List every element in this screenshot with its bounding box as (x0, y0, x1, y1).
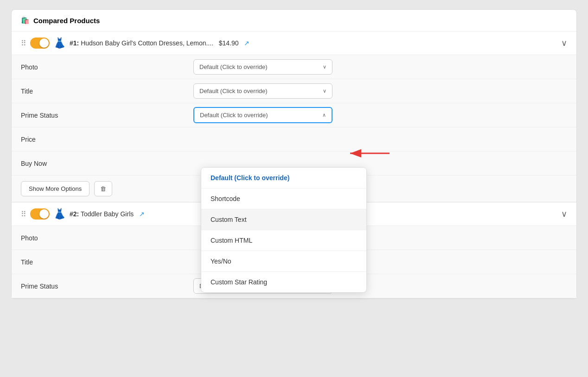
field-label-photo-2: Photo (12, 229, 188, 247)
section-title: Compared Products (33, 17, 100, 25)
main-container: 🛍️ Compared Products ⠿ 👗 #1: Hudson Baby… (11, 9, 577, 299)
dropdown-option-shortcode[interactable]: Shortcode (201, 188, 366, 209)
dropdown-photo-1[interactable]: Default (Click to override) ∨ (193, 59, 332, 75)
field-label-title-2: Title (12, 253, 188, 271)
field-row-photo-1: Photo Default (Click to override) ∨ (12, 55, 576, 79)
field-control-photo-1: Default (Click to override) ∨ (188, 56, 576, 78)
external-link-1[interactable]: ↗ (244, 39, 249, 47)
dropdown-option-custom-html[interactable]: Custom HTML (201, 230, 366, 251)
collapse-icon-1[interactable]: ∨ (561, 38, 567, 48)
dropdown-prime-1[interactable]: Default (Click to override) ∧ (193, 107, 332, 123)
chevron-title-1: ∨ (323, 88, 326, 94)
toggle-1[interactable] (30, 38, 50, 49)
field-control-title-1: Default (Click to override) ∨ (188, 80, 576, 102)
collapse-icon-2[interactable]: ∨ (561, 209, 567, 219)
field-label-price-1: Price (12, 130, 188, 149)
section-header: 🛍️ Compared Products (12, 10, 576, 31)
product-1-title: #1: Hudson Baby Girl's Cotton Dresses, L… (70, 39, 557, 47)
dropdown-title-1[interactable]: Default (Click to override) ∨ (193, 83, 332, 99)
field-control-prime-1: Default (Click to override) ∧ (188, 103, 576, 127)
field-label-title-1: Title (12, 82, 188, 101)
delete-btn-1[interactable]: 🗑 (94, 181, 112, 196)
field-label-buynow-1: Buy Now (12, 154, 188, 173)
show-more-btn-1[interactable]: Show More Options (21, 181, 89, 196)
chevron-prime-1: ∧ (322, 112, 326, 118)
product-1-header: ⠿ 👗 #1: Hudson Baby Girl's Cotton Dresse… (12, 31, 576, 55)
field-row-title-1: Title Default (Click to override) ∨ (12, 79, 576, 103)
dropdown-option-default[interactable]: Default (Click to override) (201, 168, 366, 188)
product-1-fields: Photo Default (Click to override) ∨ Titl… (12, 55, 576, 176)
external-link-2[interactable]: ↗ (139, 210, 145, 218)
drag-handle-1[interactable]: ⠿ (21, 39, 26, 48)
product-1-emoji: 👗 (53, 37, 66, 49)
field-label-prime-2: Prime Status (12, 277, 188, 295)
field-row-price-1: Price (12, 127, 576, 151)
dropdown-option-yes-no[interactable]: Yes/No (201, 251, 366, 272)
arrow-indicator (345, 147, 392, 162)
trash-icon-1: 🗑 (100, 185, 106, 192)
chevron-photo-1: ∨ (323, 64, 326, 70)
prime-status-dropdown-menu: Default (Click to override) Shortcode Cu… (201, 167, 367, 293)
product-2-emoji: 👗 (53, 208, 66, 220)
drag-handle-2[interactable]: ⠿ (21, 210, 26, 219)
dropdown-option-custom-star[interactable]: Custom Star Rating (201, 272, 366, 292)
dropdown-option-custom-text[interactable]: Custom Text (201, 209, 366, 230)
field-label-prime-1: Prime Status (12, 106, 188, 125)
field-row-prime-1: Prime Status Default (Click to override)… (12, 103, 576, 127)
section-icon: 🛍️ (21, 16, 30, 25)
field-control-price-1 (188, 136, 576, 143)
field-label-photo-1: Photo (12, 58, 188, 76)
toggle-2[interactable] (30, 208, 50, 220)
